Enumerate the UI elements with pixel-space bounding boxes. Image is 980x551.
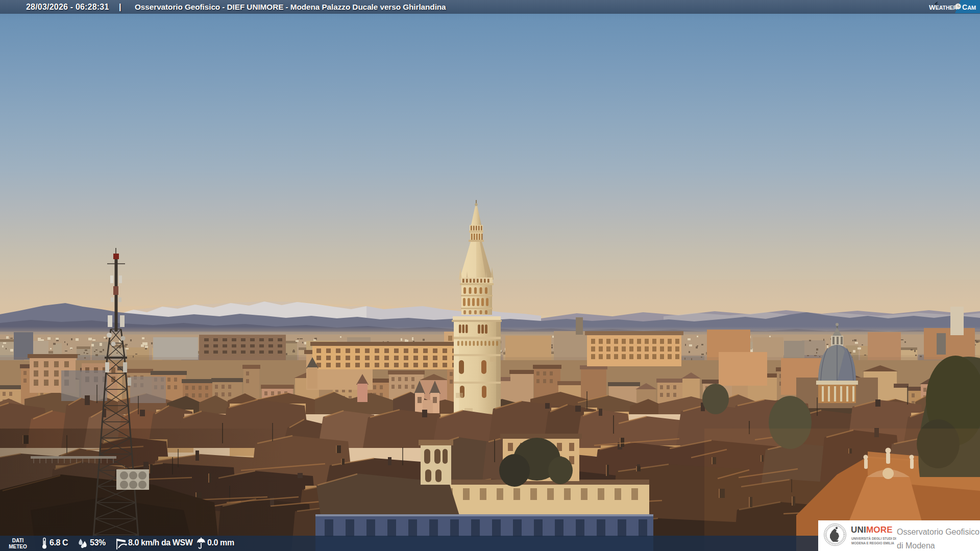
svg-text:CAM: CAM: [962, 3, 976, 11]
svg-text:WEATHER: WEATHER: [929, 4, 958, 11]
